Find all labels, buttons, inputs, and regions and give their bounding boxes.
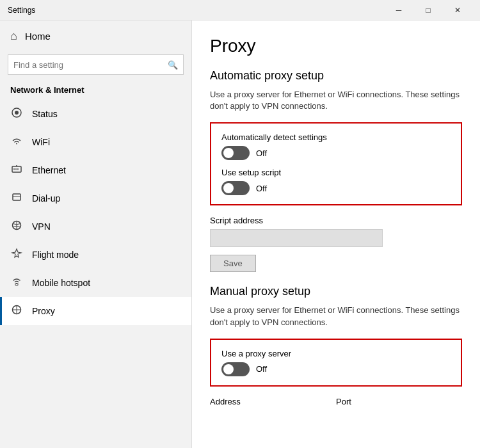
sidebar-item-flightmode[interactable]: Flight mode bbox=[0, 241, 191, 269]
use-proxy-toggle[interactable] bbox=[221, 362, 250, 376]
sidebar-item-mobilehotspot[interactable]: Mobile hotspot bbox=[0, 269, 191, 297]
dialup-icon bbox=[10, 191, 23, 205]
setup-script-label: Use setup script bbox=[221, 168, 451, 177]
auto-detect-toggle-label: Off bbox=[256, 148, 267, 158]
setup-script-toggle-thumb bbox=[223, 183, 234, 193]
sidebar-item-vpn-label: VPN bbox=[32, 221, 51, 232]
use-proxy-toggle-thumb bbox=[223, 364, 234, 374]
auto-detect-toggle-track bbox=[221, 146, 250, 160]
close-button[interactable]: ✕ bbox=[443, 0, 472, 20]
script-address-section: Script address Save bbox=[210, 216, 462, 285]
sidebar-item-flightmode-label: Flight mode bbox=[32, 250, 79, 260]
manual-section-title: Manual proxy setup bbox=[210, 285, 462, 298]
sidebar-item-ethernet[interactable]: Ethernet bbox=[0, 156, 191, 184]
svg-point-1 bbox=[15, 111, 19, 115]
setup-script-toggle-label: Off bbox=[256, 184, 267, 193]
status-icon bbox=[10, 107, 23, 121]
ethernet-icon bbox=[10, 163, 23, 177]
save-button[interactable]: Save bbox=[210, 255, 256, 272]
sidebar-item-dialup[interactable]: Dial-up bbox=[0, 184, 191, 212]
script-address-input[interactable] bbox=[210, 229, 383, 247]
title-bar-controls: ─ □ ✕ bbox=[384, 0, 472, 20]
automatic-settings-box: Automatically detect settings Off Use se… bbox=[210, 122, 462, 205]
sidebar-item-dialup-label: Dial-up bbox=[32, 193, 60, 204]
title-bar: Settings ─ □ ✕ bbox=[0, 0, 480, 20]
home-icon: ⌂ bbox=[10, 29, 17, 43]
wifi-icon bbox=[10, 135, 23, 149]
use-proxy-label: Use a proxy server bbox=[221, 349, 451, 358]
svg-rect-2 bbox=[12, 166, 21, 172]
use-proxy-toggle-track bbox=[221, 362, 250, 376]
sidebar-item-mobilehotspot-label: Mobile hotspot bbox=[32, 278, 90, 288]
sidebar-item-ethernet-label: Ethernet bbox=[32, 165, 66, 175]
script-address-label: Script address bbox=[210, 216, 462, 225]
content-area: Proxy Automatic proxy setup Use a proxy … bbox=[192, 20, 480, 448]
vpn-icon bbox=[10, 220, 23, 234]
auto-detect-toggle[interactable] bbox=[221, 146, 250, 160]
title-bar-text: Settings bbox=[8, 6, 384, 15]
proxy-icon bbox=[10, 304, 23, 318]
sidebar-item-proxy-label: Proxy bbox=[32, 306, 55, 316]
sidebar-section-label: Network & Internet bbox=[0, 83, 191, 100]
address-port-labels: Address Port bbox=[210, 397, 462, 406]
search-icon: 🔍 bbox=[168, 60, 178, 70]
use-proxy-toggle-row: Off bbox=[221, 362, 451, 376]
minimize-button[interactable]: ─ bbox=[384, 0, 413, 20]
setup-script-toggle-row: Off bbox=[221, 181, 451, 195]
setup-script-toggle-track bbox=[221, 181, 250, 195]
automatic-section-description: Use a proxy server for Ethernet or WiFi … bbox=[210, 89, 462, 112]
sidebar: ⌂ Home 🔍 Network & Internet Status bbox=[0, 20, 192, 448]
maximize-button[interactable]: □ bbox=[413, 0, 443, 20]
mobilehotspot-icon bbox=[10, 276, 23, 290]
svg-rect-7 bbox=[13, 194, 20, 200]
port-label: Port bbox=[336, 397, 462, 406]
sidebar-item-proxy[interactable]: Proxy bbox=[0, 297, 191, 325]
search-box: 🔍 bbox=[8, 54, 184, 75]
auto-detect-label: Automatically detect settings bbox=[221, 132, 451, 142]
setup-script-row: Use setup script Off bbox=[221, 168, 451, 195]
use-proxy-toggle-label: Off bbox=[256, 364, 267, 374]
app-body: ⌂ Home 🔍 Network & Internet Status bbox=[0, 20, 480, 448]
flightmode-icon bbox=[10, 248, 23, 262]
auto-detect-toggle-row: Off bbox=[221, 146, 451, 160]
manual-section-description: Use a proxy server for Ethernet or WiFi … bbox=[210, 305, 462, 328]
sidebar-item-vpn[interactable]: VPN bbox=[0, 212, 191, 241]
sidebar-home-label: Home bbox=[25, 31, 51, 42]
auto-detect-row: Automatically detect settings Off bbox=[221, 132, 451, 160]
page-title: Proxy bbox=[210, 36, 462, 56]
sidebar-item-wifi[interactable]: WiFi bbox=[0, 128, 191, 156]
address-label: Address bbox=[210, 397, 336, 406]
use-proxy-row: Use a proxy server Off bbox=[221, 349, 451, 376]
auto-detect-toggle-thumb bbox=[223, 148, 234, 158]
sidebar-item-status[interactable]: Status bbox=[0, 100, 191, 128]
manual-settings-box: Use a proxy server Off bbox=[210, 339, 462, 387]
setup-script-toggle[interactable] bbox=[221, 181, 250, 195]
sidebar-item-wifi-label: WiFi bbox=[32, 137, 50, 147]
sidebar-item-status-label: Status bbox=[32, 109, 58, 119]
sidebar-home-item[interactable]: ⌂ Home bbox=[0, 20, 191, 52]
search-input[interactable] bbox=[13, 60, 168, 70]
automatic-section-title: Automatic proxy setup bbox=[210, 69, 462, 83]
